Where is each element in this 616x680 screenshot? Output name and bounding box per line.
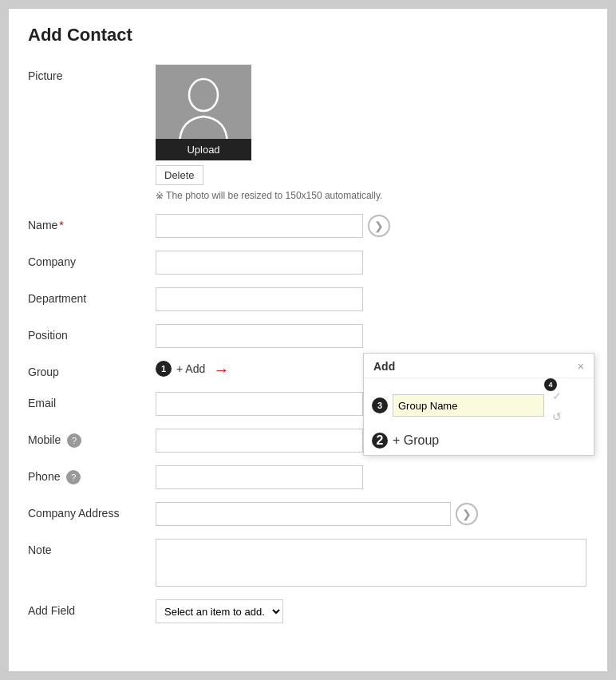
delete-button[interactable]: Delete <box>156 165 203 185</box>
company-row: Company <box>28 251 588 275</box>
upload-button[interactable]: Upload <box>156 139 251 160</box>
address-input-area: ❯ <box>156 502 478 526</box>
picture-box: Upload <box>156 65 251 160</box>
email-label: Email <box>28 392 156 409</box>
address-arrow-button[interactable]: ❯ <box>456 503 478 525</box>
note-row: Note <box>28 539 588 587</box>
photo-note: ※ The photo will be resized to 150x150 a… <box>156 190 382 201</box>
note-label: Note <box>28 539 156 556</box>
company-address-label: Company Address <box>28 502 156 520</box>
mobile-input[interactable] <box>156 429 363 453</box>
group-label: Group <box>28 361 156 378</box>
popup-body: 3 4 ✓ ↺ 2 + Group <box>364 378 594 455</box>
group-name-input[interactable] <box>393 394 544 417</box>
red-arrow-icon: → <box>213 361 229 379</box>
phone-row: Phone ? <box>28 465 588 489</box>
page-title: Add Contact <box>28 25 588 45</box>
picture-area: Upload Delete ※ The photo will be resize… <box>156 65 382 201</box>
phone-input[interactable] <box>156 465 363 489</box>
add-group-row[interactable]: 2 + Group <box>372 433 586 449</box>
company-label: Company <box>28 251 156 268</box>
picture-controls: Delete <box>156 165 203 185</box>
required-indicator: * <box>59 219 63 231</box>
avatar-silhouette-icon <box>176 73 231 147</box>
department-row: Department <box>28 287 588 311</box>
email-input[interactable] <box>156 392 363 416</box>
position-input[interactable] <box>156 324 363 348</box>
name-row: Name* ❯ <box>28 214 588 238</box>
badge-3: 3 <box>372 397 388 413</box>
group-name-row: 3 4 ✓ ↺ <box>372 385 586 426</box>
popup-header: Add × <box>364 354 594 378</box>
badge-1: 1 <box>156 361 172 377</box>
department-input[interactable] <box>156 287 363 311</box>
company-address-input[interactable] <box>156 502 451 526</box>
badge-4: 4 <box>544 378 557 391</box>
popup-close-button[interactable]: × <box>578 360 584 373</box>
svg-point-0 <box>189 79 218 111</box>
phone-help-icon[interactable]: ? <box>66 470 81 484</box>
group-popup: Add × 3 4 ✓ ↺ 2 + Group <box>363 353 594 456</box>
group-row: Group 1 + Add → Add × 3 4 ✓ <box>28 361 588 379</box>
department-label: Department <box>28 287 156 305</box>
mobile-help-icon[interactable]: ? <box>67 433 81 448</box>
popup-action-area: 4 ✓ ↺ <box>547 385 567 426</box>
name-input-area: ❯ <box>156 214 390 238</box>
position-row: Position <box>28 324 588 348</box>
company-address-row: Company Address ❯ <box>28 502 588 526</box>
mobile-label: Mobile ? <box>28 429 156 448</box>
name-label: Name* <box>28 214 156 231</box>
add-field-select[interactable]: Select an item to add. <box>156 599 283 623</box>
position-label: Position <box>28 324 156 342</box>
add-group-button[interactable]: 1 + Add <box>156 361 205 377</box>
popup-undo-button[interactable]: ↺ <box>547 407 567 426</box>
name-arrow-button[interactable]: ❯ <box>368 215 390 237</box>
phone-label: Phone ? <box>28 465 156 484</box>
name-input[interactable] <box>156 214 363 238</box>
add-contact-form: Add Contact Picture Upload Delete ※ The … <box>8 8 608 672</box>
add-field-label: Add Field <box>28 599 156 617</box>
picture-label: Picture <box>28 65 156 82</box>
picture-row: Picture Upload Delete ※ The photo will b… <box>28 65 588 201</box>
company-input[interactable] <box>156 251 363 275</box>
note-input[interactable] <box>156 539 586 587</box>
badge-2: 2 <box>372 433 388 449</box>
popup-title: Add <box>373 360 395 373</box>
add-field-row: Add Field Select an item to add. <box>28 599 588 623</box>
